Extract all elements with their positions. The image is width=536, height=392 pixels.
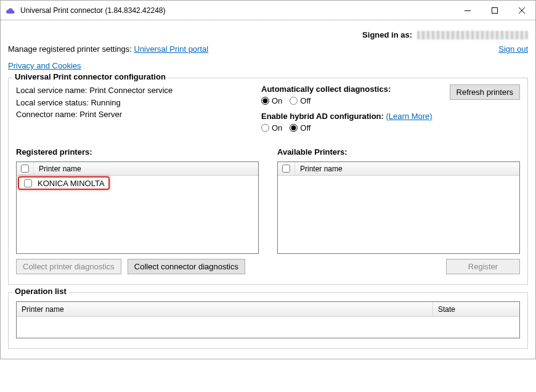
hybrid-label: Enable hybrid AD configuration:: [261, 112, 384, 121]
hybrid-label-row: Enable hybrid AD configuration: (Learn M…: [261, 112, 442, 121]
collect-printer-diagnostics-button: Collect printer diagnostics: [16, 259, 121, 274]
operation-col-state: State: [433, 302, 519, 316]
operation-table: Printer name State: [16, 301, 520, 338]
hybrid-on[interactable]: On: [261, 123, 282, 133]
hybrid-radios: On Off: [261, 123, 442, 133]
operation-fieldset: Operation list Printer name State: [8, 292, 528, 349]
available-header-name: Printer name: [295, 165, 519, 173]
config-left: Local service name: Print Connector serv…: [16, 84, 246, 121]
available-listbox[interactable]: Printer name: [277, 161, 520, 254]
hybrid-off[interactable]: Off: [290, 123, 311, 133]
privacy-cookies-link[interactable]: Privacy and Cookies: [8, 61, 81, 70]
collect-connector-diagnostics-button[interactable]: Collect connector diagnostics: [128, 259, 245, 274]
manage-prefix: Manage registered printer settings:: [8, 44, 134, 54]
available-header: Printer name: [278, 162, 519, 176]
register-button: Register: [446, 259, 520, 274]
config-top: Local service name: Print Connector serv…: [16, 84, 520, 139]
config-right: Automatically collect diagnostics: On Of…: [261, 84, 520, 139]
registered-select-all[interactable]: [21, 165, 29, 173]
registered-row-checkbox[interactable]: [24, 179, 32, 187]
auto-diag-label: Automatically collect diagnostics:: [261, 84, 442, 94]
registered-header: Printer name: [17, 162, 258, 176]
close-button[interactable]: [508, 1, 535, 20]
config-fieldset: Universal Print connector configuration …: [8, 78, 528, 285]
hybrid-off-radio[interactable]: [290, 124, 298, 132]
registered-row-highlighted[interactable]: KONICA MINOLTA: [18, 176, 110, 190]
service-status-label: Local service status:: [16, 98, 91, 107]
client-area: Signed in as: Manage registered printer …: [1, 20, 535, 359]
sign-out-link[interactable]: Sign out: [498, 44, 528, 54]
service-name-value: Print Connector service: [89, 86, 173, 95]
registered-label: Registered printers:: [16, 147, 259, 157]
signed-in-row: Signed in as:: [8, 27, 528, 42]
registered-col: Registered printers: Printer name KONICA…: [16, 147, 259, 274]
maximize-button[interactable]: [481, 1, 508, 20]
learn-more-link[interactable]: (Learn More): [386, 112, 432, 121]
auto-diag-off-radio[interactable]: [290, 97, 298, 105]
service-name-label: Local service name:: [16, 86, 89, 95]
operation-body: [17, 317, 519, 338]
operation-col-name: Printer name: [17, 302, 433, 316]
auto-diag-on-radio[interactable]: [261, 97, 269, 105]
hybrid-on-radio[interactable]: [261, 124, 269, 132]
connector-name-value: Print Server: [79, 110, 122, 119]
window-title: Universal Print connector (1.84.8342.422…: [20, 6, 454, 15]
auto-diag-off[interactable]: Off: [290, 96, 311, 105]
available-buttons: Register: [277, 259, 520, 274]
operation-legend: Operation list: [12, 287, 69, 296]
window-frame: Universal Print connector (1.84.8342.422…: [0, 0, 536, 359]
auto-diag-radios: On Off: [261, 96, 442, 105]
window-controls: [454, 1, 535, 20]
refresh-printers-button[interactable]: Refresh printers: [450, 84, 520, 100]
printers-row: Registered printers: Printer name KONICA…: [16, 147, 520, 274]
registered-buttons: Collect printer diagnostics Collect conn…: [16, 259, 259, 274]
registered-row-name: KONICA MINOLTA: [36, 179, 105, 188]
top-links-row: Manage registered printer settings: Univ…: [8, 44, 528, 70]
titlebar: Universal Print connector (1.84.8342.422…: [1, 1, 535, 20]
signed-in-user-redacted: [417, 31, 528, 39]
diag-block: Automatically collect diagnostics: On Of…: [261, 84, 442, 139]
registered-header-name: Printer name: [34, 165, 258, 173]
config-legend: Universal Print connector configuration: [12, 72, 168, 81]
available-col: Available Printers: Printer name Registe…: [277, 147, 520, 274]
connector-name-label: Connector name:: [16, 110, 79, 119]
minimize-button[interactable]: [454, 1, 481, 20]
svg-rect-0: [492, 7, 498, 13]
service-status-value: Running: [91, 98, 120, 107]
cloud-print-icon: [6, 6, 15, 15]
operation-header: Printer name State: [17, 302, 519, 317]
registered-listbox[interactable]: Printer name KONICA MINOLTA: [16, 161, 259, 254]
available-label: Available Printers:: [277, 147, 520, 157]
available-select-all[interactable]: [282, 165, 290, 173]
signed-in-label: Signed in as:: [362, 30, 412, 39]
manage-line: Manage registered printer settings: Univ…: [8, 44, 208, 70]
universal-print-portal-link[interactable]: Universal Print portal: [134, 44, 209, 54]
auto-diag-on[interactable]: On: [261, 96, 282, 105]
